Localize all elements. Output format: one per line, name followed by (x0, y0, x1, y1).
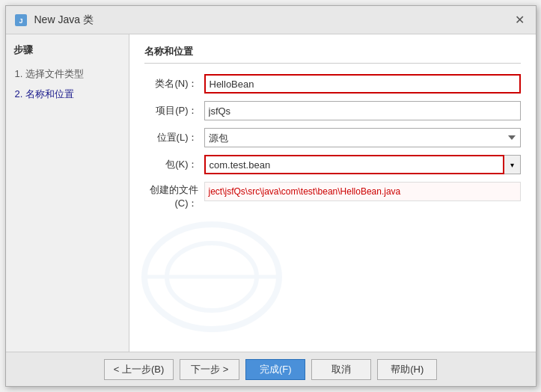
sidebar: 步骤 1. 选择文件类型 2. 名称和位置 (6, 34, 129, 352)
finish-button[interactable]: 完成(F) (245, 359, 305, 380)
help-button[interactable]: 帮助(H) (377, 359, 437, 380)
class-name-input[interactable] (204, 74, 521, 94)
created-file-label: 创建的文件(C)： (144, 182, 204, 210)
package-input-wrapper: ▾ (204, 155, 521, 174)
location-row: 位置(L)： 源包 (144, 128, 521, 147)
package-row: 包(K)： ▾ (144, 155, 521, 174)
svg-text:J: J (19, 17, 22, 25)
title-bar: J New Java 类 ✕ (6, 6, 536, 34)
section-title: 名称和位置 (144, 45, 521, 64)
location-select[interactable]: 源包 (204, 128, 521, 147)
watermark (137, 209, 287, 344)
title-bar-left: J New Java 类 (13, 13, 94, 28)
dialog-title: New Java 类 (34, 13, 94, 27)
location-label: 位置(L)： (144, 131, 204, 144)
chevron-down-icon: ▾ (510, 161, 514, 169)
created-file-row: 创建的文件(C)： ject\jsfQs\src\java\com\test\b… (144, 182, 521, 210)
project-label: 项目(P)： (144, 104, 204, 117)
class-name-row: 类名(N)： (144, 74, 521, 94)
sidebar-item-step1: 1. 选择文件类型 (13, 64, 121, 85)
sidebar-heading: 步骤 (13, 43, 121, 57)
new-java-class-dialog: J New Java 类 ✕ 步骤 1. 选择文件类型 2. 名称和位置 名称和… (5, 5, 537, 387)
svg-point-3 (167, 243, 257, 310)
project-input[interactable] (204, 101, 521, 120)
package-dropdown-button[interactable]: ▾ (504, 155, 521, 174)
svg-point-2 (144, 224, 279, 329)
package-label: 包(K)： (144, 158, 204, 171)
sidebar-item-step2: 2. 名称和位置 (13, 85, 121, 105)
prev-button[interactable]: < 上一步(B) (104, 359, 174, 380)
dialog-body: 步骤 1. 选择文件类型 2. 名称和位置 名称和位置 类名(N)： 项目(P)… (6, 34, 536, 352)
main-content: 名称和位置 类名(N)： 项目(P)： 位置(L)： 源包 包(K)： (129, 34, 536, 352)
project-row: 项目(P)： (144, 101, 521, 120)
next-button[interactable]: 下一步 > (180, 359, 239, 380)
class-name-label: 类名(N)： (144, 77, 204, 91)
created-file-value: ject\jsfQs\src\java\com\test\bean\HelloB… (204, 182, 521, 201)
java-class-icon: J (13, 13, 28, 28)
package-input[interactable] (204, 155, 504, 174)
close-button[interactable]: ✕ (512, 12, 528, 28)
cancel-button[interactable]: 取消 (311, 359, 371, 380)
dialog-footer: < 上一步(B) 下一步 > 完成(F) 取消 帮助(H) (6, 352, 536, 386)
